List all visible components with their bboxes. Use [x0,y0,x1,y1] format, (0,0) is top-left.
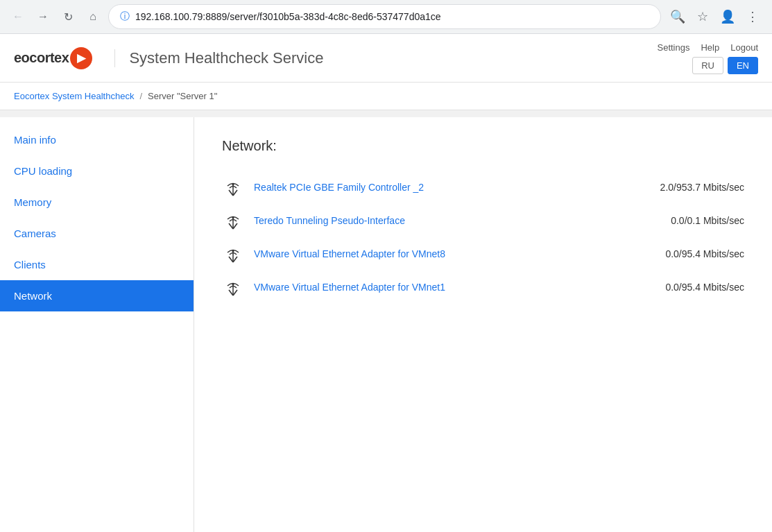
main-container: Main info CPU loading Memory Cameras Cli… [0,117,772,532]
svg-line-13 [229,290,233,295]
network-speed-2: 0.0/0.1 Mbits/sec [633,215,744,226]
security-icon: ⓘ [120,10,130,23]
sidebar: Main info CPU loading Memory Cameras Cli… [0,117,194,532]
address-bar[interactable]: ⓘ 192.168.100.79:8889/server/f3010b5a-38… [108,4,661,29]
browser-toolbar: ← → ↻ ⌂ ⓘ 192.168.100.79:8889/server/f30… [0,0,772,33]
svg-line-14 [233,290,237,295]
settings-link[interactable]: Settings [658,42,690,53]
app-header: eocortex ▶ System Healthcheck Service Se… [0,34,772,83]
network-item: VMware Virtual Ethernet Adapter for VMne… [222,271,744,304]
browser-chrome: ← → ↻ ⌂ ⓘ 192.168.100.79:8889/server/f30… [0,0,772,34]
breadcrumb-bar: Eocortex System Healthcheck / Server "Se… [0,83,772,110]
svg-point-15 [232,284,234,286]
logo-text: eocortex [14,50,69,66]
sidebar-item-memory[interactable]: Memory [0,187,194,218]
help-link[interactable]: Help [701,42,719,53]
header-links: Settings Help Logout [658,42,759,53]
antenna-icon-4 [222,277,244,297]
header-right: Settings Help Logout RU EN [658,42,759,74]
svg-line-10 [233,257,237,262]
network-name-3[interactable]: VMware Virtual Ethernet Adapter for VMne… [254,248,624,259]
home-button[interactable]: ⌂ [83,7,103,26]
svg-point-7 [232,217,234,219]
section-title: Network: [222,138,744,154]
lang-en-button[interactable]: EN [728,57,758,74]
network-speed-3: 0.0/95.4 Mbits/sec [633,248,744,259]
app-title: System Healthcheck Service [114,49,323,67]
svg-line-9 [229,257,233,262]
url-text: 192.168.100.79:8889/server/f3010b5a-383d… [135,11,441,22]
forward-button[interactable]: → [33,7,53,26]
network-list: Realtek PCIe GBE Family Controller _2 2.… [222,171,744,304]
antenna-icon-1 [222,178,244,197]
content-area: Network: Realtek PCIe GBE Family Control… [194,117,772,532]
sidebar-item-clients[interactable]: Clients [0,249,194,280]
logo-area: eocortex ▶ System Healthcheck Service [14,47,658,69]
network-speed-4: 0.0/95.4 Mbits/sec [633,282,744,293]
browser-right-icons: 🔍 ☆ 👤 ⋮ [667,6,764,28]
network-speed-1: 2.0/953.7 Mbits/sec [633,182,744,193]
profile-icon-btn[interactable]: 👤 [717,6,739,28]
antenna-icon-2 [222,211,244,230]
network-name-2[interactable]: Teredo Tunneling Pseudo-Interface [254,215,624,226]
menu-icon-btn[interactable]: ⋮ [741,6,764,28]
network-item: Teredo Tunneling Pseudo-Interface 0.0/0.… [222,204,744,237]
bookmark-icon-btn[interactable]: ☆ [692,6,714,28]
breadcrumb-home[interactable]: Eocortex System Healthcheck [14,91,134,101]
network-item: Realtek PCIe GBE Family Controller _2 2.… [222,171,744,204]
svg-point-11 [232,250,234,252]
network-item: VMware Virtual Ethernet Adapter for VMne… [222,237,744,271]
lang-buttons: RU EN [692,57,758,74]
breadcrumb-current: Server "Server 1" [148,91,217,101]
breadcrumb-separator: / [139,91,142,101]
svg-line-2 [233,190,237,196]
back-button[interactable]: ← [8,7,28,26]
svg-point-3 [232,184,234,186]
eocortex-logo: eocortex ▶ [14,47,92,69]
network-name-1[interactable]: Realtek PCIe GBE Family Controller _2 [254,182,624,193]
sidebar-item-cameras[interactable]: Cameras [0,218,194,249]
breadcrumb: Eocortex System Healthcheck / Server "Se… [14,91,758,101]
svg-line-1 [229,190,233,196]
sidebar-item-cpu-loading[interactable]: CPU loading [0,155,194,187]
antenna-icon-3 [222,244,244,264]
sidebar-item-network[interactable]: Network [0,280,194,311]
sidebar-item-main-info[interactable]: Main info [0,124,194,155]
logo-icon: ▶ [70,47,92,69]
logout-link[interactable]: Logout [730,42,758,53]
lang-ru-button[interactable]: RU [692,57,723,74]
search-icon-btn[interactable]: 🔍 [667,6,689,28]
svg-line-5 [229,223,233,229]
network-name-4[interactable]: VMware Virtual Ethernet Adapter for VMne… [254,282,624,293]
reload-button[interactable]: ↻ [58,7,78,26]
svg-line-6 [233,223,237,229]
